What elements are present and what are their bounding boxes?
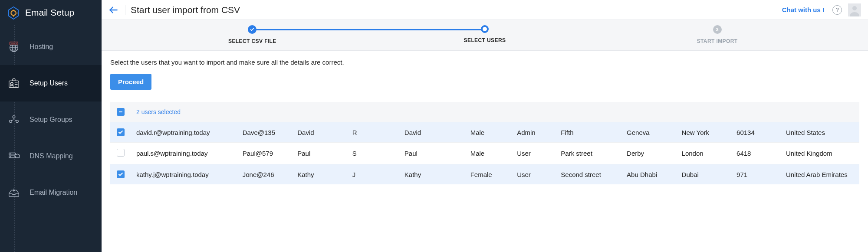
svg-point-5 xyxy=(11,82,13,85)
row-checkbox-cell[interactable] xyxy=(110,122,131,143)
cell-zip: 6418 xyxy=(731,143,781,164)
sidebar-item-email-migration[interactable]: Email Migration xyxy=(0,174,102,211)
cell-street: Fifth xyxy=(556,122,621,143)
cell-first-name: Paul xyxy=(292,143,347,164)
cell-state: Dubai xyxy=(677,164,731,185)
sidebar-item-setup-users[interactable]: Setup Users xyxy=(0,65,102,101)
svg-point-8 xyxy=(10,120,12,123)
brand-gear-icon xyxy=(6,5,21,20)
checkbox-unchecked-icon[interactable] xyxy=(117,149,125,157)
svg-point-15 xyxy=(852,6,857,10)
cell-street: Second street xyxy=(556,164,621,185)
step-line-1 xyxy=(252,29,485,30)
active-dot-icon xyxy=(481,25,489,33)
sidebar: Email Setup Hosting xyxy=(0,0,102,252)
cell-display-name: David xyxy=(399,122,465,143)
avatar[interactable] xyxy=(848,3,861,16)
cell-role: User xyxy=(512,164,556,185)
stepper: SELECT CSV FILE SELECT USERS 3 START IMP… xyxy=(102,20,868,51)
svg-rect-6 xyxy=(13,79,15,81)
selected-summary: 2 users selected xyxy=(131,102,859,122)
row-checkbox-cell[interactable] xyxy=(110,164,131,185)
step-line-2 xyxy=(485,29,717,30)
svg-rect-16 xyxy=(119,111,122,112)
check-icon xyxy=(248,25,256,34)
sidebar-item-hosting[interactable]: Hosting xyxy=(0,29,102,65)
cell-password: Jone@246 xyxy=(237,164,292,185)
topbar: Start user import from CSV Chat with us … xyxy=(102,0,868,20)
brand-title: Email Setup xyxy=(25,7,74,18)
cell-first-name: Kathy xyxy=(292,164,347,185)
cell-gender: Male xyxy=(465,122,512,143)
sidebar-item-dns-mapping[interactable]: DNS Mapping xyxy=(0,138,102,174)
server-cloud-icon xyxy=(6,148,22,164)
main: Start user import from CSV Chat with us … xyxy=(102,0,868,252)
cell-display-name: Paul xyxy=(399,143,465,164)
sidebar-item-label: Setup Groups xyxy=(30,116,72,124)
inbox-arrow-icon xyxy=(6,185,22,200)
step-number: 3 xyxy=(713,25,722,34)
cell-city: Geneva xyxy=(621,122,676,143)
checkbox-indeterminate-icon[interactable] xyxy=(117,108,125,116)
svg-point-13 xyxy=(10,157,10,157)
cell-gender: Female xyxy=(465,164,512,185)
table-row[interactable]: david.r@wptraining.todayDave@135DavidRDa… xyxy=(110,122,859,143)
cell-password: Paul@579 xyxy=(237,143,292,164)
cell-state: London xyxy=(677,143,731,164)
table-row[interactable]: paul.s@wptraining.todayPaul@579PaulSPaul… xyxy=(110,143,859,164)
cell-country: United Arab Emirates xyxy=(781,164,859,185)
sidebar-item-setup-groups[interactable]: Setup Groups xyxy=(0,101,102,138)
sidebar-item-label: DNS Mapping xyxy=(30,152,73,160)
topbar-separator xyxy=(125,5,125,15)
row-checkbox-cell[interactable] xyxy=(110,143,131,164)
cell-country: United States xyxy=(781,122,859,143)
header-checkbox-cell[interactable] xyxy=(110,102,131,122)
cell-email: david.r@wptraining.today xyxy=(131,122,237,143)
cell-city: Derby xyxy=(621,143,676,164)
cell-role: Admin xyxy=(512,122,556,143)
page-title: Start user import from CSV xyxy=(131,5,240,15)
step-label: SELECT CSV FILE xyxy=(228,38,276,44)
cell-state: New York xyxy=(677,122,731,143)
cell-last-initial: S xyxy=(347,143,399,164)
sidebar-item-label: Setup Users xyxy=(30,79,68,87)
content: Select the users that you want to import… xyxy=(102,51,868,184)
cell-gender: Male xyxy=(465,143,512,164)
cell-display-name: Kathy xyxy=(399,164,465,185)
instruction-text: Select the users that you want to import… xyxy=(110,59,859,66)
cell-role: User xyxy=(512,143,556,164)
user-card-icon xyxy=(6,75,22,91)
chat-with-us-link[interactable]: Chat with us ! xyxy=(782,6,825,13)
cell-city: Abu Dhabi xyxy=(621,164,676,185)
checkbox-checked-icon[interactable] xyxy=(117,128,125,136)
svg-point-7 xyxy=(13,116,15,118)
svg-point-12 xyxy=(10,154,10,154)
back-button[interactable] xyxy=(105,2,122,18)
cell-zip: 971 xyxy=(731,164,781,185)
step-label: START IMPORT xyxy=(697,38,738,44)
user-table: 2 users selected david.r@wptraining.toda… xyxy=(110,102,859,184)
cell-email: kathy.j@wptraining.today xyxy=(131,164,237,185)
svg-point-9 xyxy=(16,120,19,123)
cell-street: Park street xyxy=(556,143,621,164)
table-row[interactable]: kathy.j@wptraining.todayJone@246KathyJKa… xyxy=(110,164,859,185)
checkbox-checked-icon[interactable] xyxy=(117,170,125,178)
cell-first-name: David xyxy=(292,122,347,143)
cell-last-initial: R xyxy=(347,122,399,143)
cell-password: Dave@135 xyxy=(237,122,292,143)
brand: Email Setup xyxy=(0,0,102,25)
step-label: SELECT USERS xyxy=(464,37,506,43)
cell-country: United Kingdom xyxy=(781,143,859,164)
cell-last-initial: J xyxy=(347,164,399,185)
step-select-csv[interactable]: SELECT CSV FILE xyxy=(136,25,368,44)
group-icon xyxy=(6,112,22,128)
sidebar-item-label: Hosting xyxy=(30,43,53,51)
sidebar-nav: Hosting Setup Users xyxy=(0,25,102,211)
cell-email: paul.s@wptraining.today xyxy=(131,143,237,164)
cell-zip: 60134 xyxy=(731,122,781,143)
step-start-import: 3 START IMPORT xyxy=(601,25,833,44)
step-select-users[interactable]: SELECT USERS xyxy=(369,25,601,43)
proceed-button[interactable]: Proceed xyxy=(110,74,151,90)
globe-www-icon xyxy=(6,39,22,55)
help-button[interactable]: ? xyxy=(832,5,842,15)
